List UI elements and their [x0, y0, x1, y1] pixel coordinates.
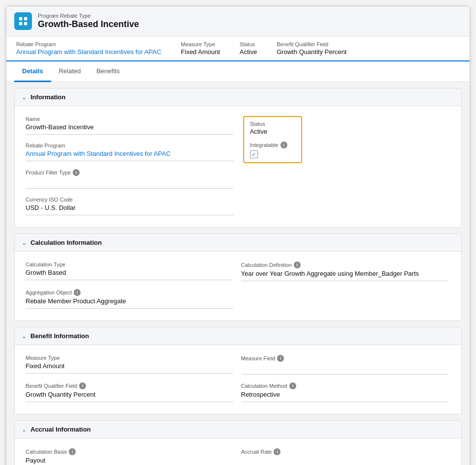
meta-benefit-qualifier-value: Growth Quantity Percent [277, 48, 346, 56]
accrual-section: ⌄ Accrual Information Calculation Basis … [14, 420, 462, 465]
calc-basis-info-icon[interactable]: i [69, 448, 76, 455]
meta-status-label: Status [240, 41, 257, 47]
page-title: Growth-Based Incentive [38, 19, 139, 29]
field-accrual-rate: Accrual Rate i ✎ [238, 445, 454, 465]
integratable-checkbox[interactable]: ✓ [250, 150, 258, 158]
field-calc-def-label: Calculation Definition i [241, 262, 449, 268]
field-measure-field-value [241, 363, 449, 373]
field-calc-basis-value: Payout [26, 457, 233, 465]
field-calc-def-value: Year over Year Growth Aggregate using Me… [241, 270, 449, 280]
benefit-qualifier-info-icon[interactable]: i [79, 382, 86, 389]
field-product-filter: Product Filter Type i ✎ [23, 166, 238, 194]
app-header: Program Rebate Type Growth-Based Incenti… [6, 6, 470, 36]
svg-rect-1 [24, 17, 27, 20]
field-calc-basis: Calculation Basis i Payout ✎ [23, 445, 238, 465]
meta-rebate-program-label: Rebate Program [16, 41, 161, 47]
svg-rect-3 [24, 22, 27, 25]
field-rebate-program-label: Rebate Program [26, 143, 233, 148]
field-measure-type: Measure Type Fixed Amount ✎ [23, 352, 238, 379]
status-box-value: Active [250, 128, 295, 138]
meta-benefit-qualifier: Benefit Qualifier Field Growth Quantity … [277, 41, 346, 56]
calculation-fields-grid: Calculation Type Growth Based ✎ Calculat… [23, 259, 453, 286]
field-accrual-rate-value [241, 457, 449, 465]
information-fields-grid: Name Growth-Based Incentive ✎ Rebate Pro… [23, 113, 453, 194]
tab-benefits[interactable]: Benefits [88, 61, 127, 82]
accrual-fields-grid: Calculation Basis i Payout ✎ Accrual Rat… [23, 445, 453, 465]
information-section: ⌄ Information Name Growth-Based Incentiv… [14, 88, 462, 228]
field-calc-type-value: Growth Based [26, 269, 233, 279]
field-product-filter-label: Product Filter Type i [26, 169, 233, 176]
field-benefit-qualifier: Benefit Qualifier Field i Growth Quantit… [23, 379, 238, 407]
field-currency-label: Currency ISO Code [26, 197, 233, 203]
field-name: Name Growth-Based Incentive ✎ [23, 113, 238, 140]
meta-benefit-qualifier-label: Benefit Qualifier Field [277, 41, 346, 47]
tab-details[interactable]: Details [14, 61, 51, 82]
field-product-filter-value [26, 177, 233, 187]
field-calc-method-value: Retrospective [241, 391, 449, 401]
information-chevron-icon: ⌄ [22, 94, 27, 101]
accrual-chevron-icon: ⌄ [22, 426, 27, 433]
calculation-chevron-icon: ⌄ [22, 239, 27, 246]
accrual-section-header[interactable]: ⌄ Accrual Information [15, 421, 461, 438]
field-aggregation: Aggregation Object i Rebate Member Produ… [23, 286, 238, 314]
meta-measure-type: Measure Type Fixed Amount [181, 41, 220, 56]
integratable-info-icon[interactable]: i [280, 142, 287, 148]
field-measure-type-value: Fixed Amount [26, 362, 233, 372]
meta-status-value: Active [240, 48, 257, 56]
product-filter-info-icon[interactable]: i [73, 169, 80, 176]
meta-rebate-program: Rebate Program Annual Program with Stand… [16, 41, 161, 56]
accrual-section-title: Accrual Information [30, 426, 91, 433]
field-accrual-rate-label: Accrual Rate i [241, 448, 449, 455]
field-measure-type-label: Measure Type [26, 355, 233, 361]
svg-rect-0 [19, 17, 22, 20]
field-calc-type: Calculation Type Growth Based ✎ [23, 259, 238, 286]
page-subtitle: Program Rebate Type [38, 13, 139, 19]
benefit-section-body: Measure Type Fixed Amount ✎ Measure Fiel… [15, 345, 461, 414]
integratable-label: Integratable i [250, 142, 295, 148]
calc-def-info-icon[interactable]: i [294, 262, 301, 268]
benefit-fields-grid: Measure Type Fixed Amount ✎ Measure Fiel… [23, 352, 453, 407]
accrual-section-body: Calculation Basis i Payout ✎ Accrual Rat… [15, 438, 461, 465]
content-area: ⌄ Information Name Growth-Based Incentiv… [6, 82, 470, 465]
calculation-section-title: Calculation Information [30, 239, 102, 246]
status-highlight-box: Status Active Integratable i ✓ [243, 116, 302, 163]
meta-measure-type-label: Measure Type [181, 41, 220, 47]
field-calc-method-label: Calculation Method i [241, 382, 449, 389]
record-meta-bar: Rebate Program Annual Program with Stand… [6, 36, 470, 61]
information-section-body: Name Growth-Based Incentive ✎ Rebate Pro… [15, 106, 461, 227]
meta-status: Status Active [240, 41, 257, 56]
benefit-section-header[interactable]: ⌄ Benefit Information [15, 327, 461, 345]
benefit-section-title: Benefit Information [30, 332, 89, 340]
field-rebate-program: Rebate Program Annual Program with Stand… [23, 140, 238, 166]
meta-rebate-program-value[interactable]: Annual Program with Standard Incentives … [16, 48, 161, 56]
information-section-header[interactable]: ⌄ Information [15, 88, 461, 106]
field-name-label: Name [26, 116, 233, 122]
accrual-rate-info-icon[interactable]: i [274, 448, 280, 455]
meta-measure-type-value: Fixed Amount [181, 48, 220, 56]
svg-rect-2 [19, 22, 22, 25]
field-calc-def: Calculation Definition i Year over Year … [238, 259, 454, 286]
field-aggregation-value: Rebate Member Product Aggregate [26, 297, 233, 307]
field-currency-value: USD - U.S. Dollar [26, 204, 233, 214]
field-benefit-qualifier-label: Benefit Qualifier Field i [26, 382, 233, 389]
benefit-chevron-icon: ⌄ [22, 333, 27, 340]
field-rebate-program-value[interactable]: Annual Program with Standard Incentives … [26, 150, 233, 160]
field-aggregation-label: Aggregation Object i [26, 289, 233, 296]
calculation-section: ⌄ Calculation Information Calculation Ty… [14, 233, 462, 321]
tabs-bar: Details Related Benefits [6, 61, 470, 82]
information-section-title: Information [30, 93, 66, 101]
field-currency: Currency ISO Code USD - U.S. Dollar ✎ [23, 194, 238, 220]
measure-field-info-icon[interactable]: i [277, 355, 284, 362]
integratable-checkbox-wrap: ✓ [250, 150, 295, 158]
field-calc-type-label: Calculation Type [26, 262, 233, 267]
calculation-section-body: Calculation Type Growth Based ✎ Calculat… [15, 252, 461, 320]
app-icon [14, 12, 32, 30]
tab-related[interactable]: Related [51, 61, 89, 82]
status-box-label: Status [250, 121, 295, 127]
calculation-section-header[interactable]: ⌄ Calculation Information [15, 234, 461, 252]
calc-method-info-icon[interactable]: i [289, 382, 296, 389]
field-measure-field: Measure Field i ✎ [238, 352, 454, 379]
field-measure-field-label: Measure Field i [241, 355, 449, 362]
aggregation-info-icon[interactable]: i [74, 289, 81, 296]
field-name-value: Growth-Based Incentive [26, 123, 233, 133]
